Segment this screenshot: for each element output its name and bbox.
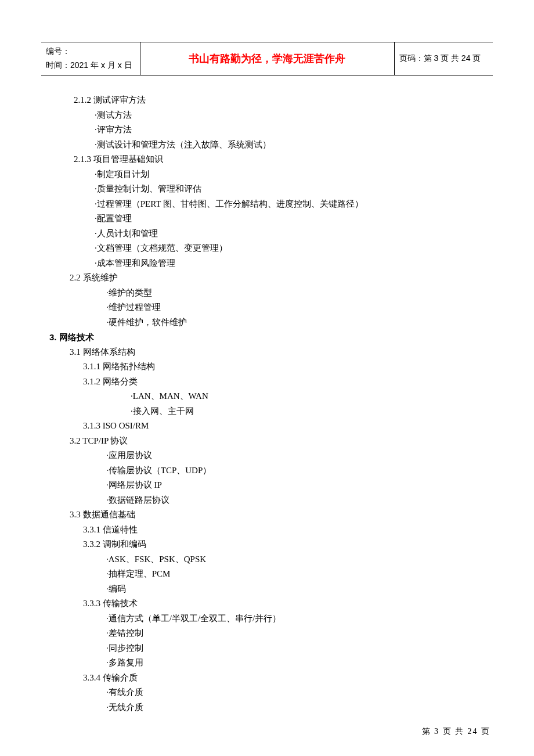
bullet-item: ·硬件维护，软件维护 bbox=[106, 315, 485, 330]
header-center-motto: 书山有路勤为径，学海无涯苦作舟 bbox=[140, 42, 394, 75]
heading-33: 3.3 数据通信基础 bbox=[70, 507, 485, 523]
bullet-item: ·测试方法 bbox=[95, 108, 485, 123]
header-left: 编号： 时间：2021 年 x 月 x 日 bbox=[41, 42, 140, 75]
bullet-item: ·编码 bbox=[106, 582, 485, 597]
bullet-item: ·差错控制 bbox=[106, 626, 485, 641]
bullet-item: ·接入网、主干网 bbox=[131, 404, 485, 419]
bullet-item: ·过程管理（PERT 图、甘特图、工作分解结构、进度控制、关键路径） bbox=[95, 197, 485, 212]
heading-313: 3.1.3 ISO OSI/RM bbox=[83, 419, 485, 434]
bullet-item: ·网络层协议 IP bbox=[106, 478, 485, 493]
bullet-item: ·应用层协议 bbox=[106, 448, 485, 463]
bullet-item: ·无线介质 bbox=[106, 700, 485, 715]
heading-311: 3.1.1 网络拓扑结构 bbox=[83, 359, 485, 375]
heading-213: 2.1.3 项目管理基础知识 bbox=[74, 152, 485, 167]
heading-333: 3.3.3 传输技术 bbox=[83, 596, 485, 611]
bullet-item: ·ASK、FSK、PSK、QPSK bbox=[106, 552, 485, 567]
bullet-item: ·数据链路层协议 bbox=[106, 493, 485, 508]
heading-3: 3. 网络技术 bbox=[49, 330, 485, 345]
heading-331: 3.3.1 信道特性 bbox=[83, 523, 485, 538]
bullet-item: ·有线介质 bbox=[106, 685, 485, 700]
bullet-item: ·配置管理 bbox=[95, 211, 485, 226]
heading-212: 2.1.2 测试评审方法 bbox=[74, 93, 485, 108]
heading-22: 2.2 系统维护 bbox=[70, 271, 485, 286]
heading-334: 3.3.4 传输介质 bbox=[83, 671, 485, 686]
bullet-item: ·成本管理和风险管理 bbox=[95, 256, 485, 271]
bullet-item: ·同步控制 bbox=[106, 641, 485, 656]
bullet-item: ·LAN、MAN、WAN bbox=[131, 389, 485, 404]
heading-312: 3.1.2 网络分类 bbox=[83, 375, 485, 390]
document-body: 2.1.2 测试评审方法 ·测试方法 ·评审方法 ·测试设计和管理方法（注入故障… bbox=[49, 93, 485, 715]
bullet-item: ·维护过程管理 bbox=[106, 300, 485, 315]
bullet-item: ·测试设计和管理方法（注入故障、系统测试） bbox=[95, 138, 485, 153]
bullet-item: ·制定项目计划 bbox=[95, 167, 485, 182]
heading-32: 3.2 TCP/IP 协议 bbox=[70, 434, 485, 449]
bullet-item: ·评审方法 bbox=[95, 123, 485, 138]
heading-31: 3.1 网络体系结构 bbox=[70, 345, 485, 360]
bullet-item: ·维护的类型 bbox=[106, 286, 485, 301]
bullet-item: ·通信方式（单工/半双工/全双工、串行/并行） bbox=[106, 611, 485, 627]
bullet-item: ·人员计划和管理 bbox=[95, 226, 485, 242]
doc-date-label: 时间：2021 年 x 月 x 日 bbox=[46, 59, 135, 73]
bullet-item: ·文档管理（文档规范、变更管理） bbox=[95, 241, 485, 256]
bullet-item: ·传输层协议（TCP、UDP） bbox=[106, 463, 485, 478]
heading-332: 3.3.2 调制和编码 bbox=[83, 537, 485, 552]
bullet-item: ·多路复用 bbox=[106, 656, 485, 671]
bullet-item: ·抽样定理、PCM bbox=[106, 567, 485, 582]
doc-id-label: 编号： bbox=[46, 45, 135, 59]
header-table: 编号： 时间：2021 年 x 月 x 日 书山有路勤为径，学海无涯苦作舟 页码… bbox=[41, 42, 493, 75]
header-right-page: 页码：第 3 页 共 24 页 bbox=[394, 42, 493, 75]
bullet-item: ·质量控制计划、管理和评估 bbox=[95, 182, 485, 197]
footer-page-number: 第 3 页 共 24 页 bbox=[422, 725, 491, 739]
